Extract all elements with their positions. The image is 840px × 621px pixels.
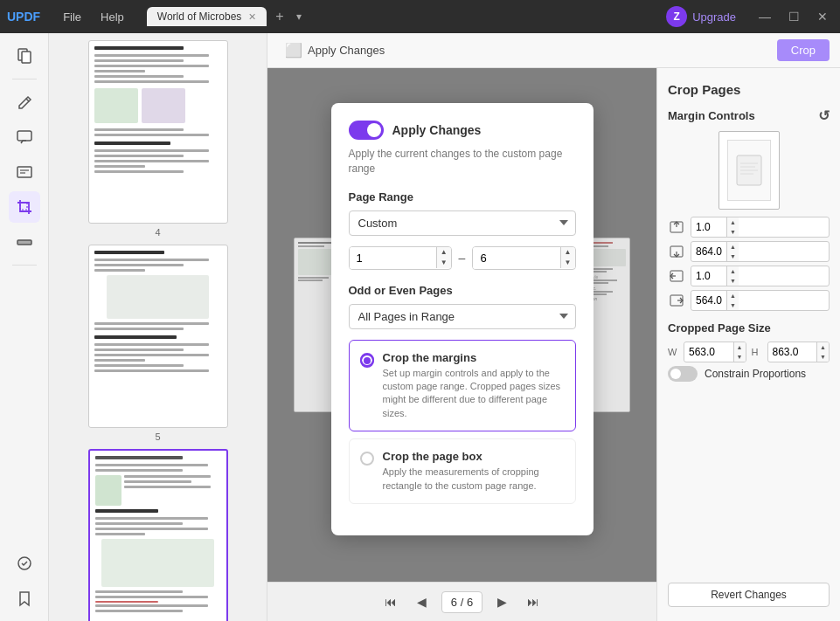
margin-right-field[interactable]	[691, 292, 726, 309]
margin-bottom-up[interactable]: ▲	[727, 242, 739, 252]
range-start-field[interactable]	[350, 247, 436, 269]
menu-file[interactable]: File	[54, 7, 90, 27]
constrain-label: Constrain Proportions	[705, 368, 806, 380]
margin-controls-section: Margin Controls ↺	[668, 107, 830, 311]
margin-top-down[interactable]: ▼	[727, 227, 739, 237]
width-label: W	[668, 347, 678, 357]
main-layout: 4	[0, 33, 840, 621]
sidebar-divider-2	[12, 265, 37, 266]
app-logo: UPDF	[7, 10, 40, 24]
margin-left-up[interactable]: ▲	[727, 266, 739, 276]
center-content: Prions Disease Of Human Inheritance And …	[267, 68, 656, 621]
range-start-up[interactable]: ▲	[437, 247, 451, 258]
sidebar-icon-plugin[interactable]	[9, 548, 40, 579]
crop-margins-desc: Set up margin controls and apply to the …	[383, 367, 565, 421]
popup-overlay: Apply Changes Apply the current changes …	[267, 68, 656, 621]
range-end-down[interactable]: ▼	[561, 258, 575, 268]
maximize-button[interactable]: ☐	[783, 8, 805, 25]
width-up[interactable]: ▲	[734, 342, 746, 352]
margin-right-up[interactable]: ▲	[727, 291, 739, 300]
popup-header: Apply Changes	[349, 121, 576, 140]
upgrade-button[interactable]: Z Upgrade	[666, 6, 736, 27]
range-start-input[interactable]: ▲ ▼	[349, 246, 452, 270]
range-inputs: ▲ ▼ – ▲ ▼	[349, 246, 576, 270]
range-end-field[interactable]	[473, 247, 559, 269]
right-panel: Crop Pages Margin Controls ↺	[656, 68, 840, 621]
list-item[interactable]: 4	[56, 40, 260, 238]
sidebar-icon-pages[interactable]	[9, 40, 40, 72]
crop-margins-radio[interactable]	[360, 353, 374, 367]
crop-margins-option[interactable]: Crop the margins Set up margin controls …	[349, 340, 576, 432]
margin-left-down[interactable]: ▼	[727, 276, 739, 286]
margin-inputs: ▲ ▼	[668, 217, 830, 311]
width-field[interactable]	[684, 343, 733, 361]
list-item[interactable]: 6	[56, 449, 260, 621]
page-preview-inner	[727, 140, 771, 201]
margin-right-down[interactable]: ▼	[727, 300, 739, 310]
range-dash: –	[459, 251, 466, 265]
tab-bar: World of Microbes ✕ + ▾	[147, 7, 659, 26]
popup-title: Apply Changes	[392, 123, 482, 137]
constrain-proportions-row: Constrain Proportions	[668, 366, 830, 382]
svg-rect-1	[22, 52, 31, 63]
margin-bottom-row: ▲ ▼	[668, 241, 830, 262]
sidebar-icon-bookmark[interactable]	[9, 583, 40, 614]
list-item[interactable]: 5	[56, 245, 260, 442]
menu-help[interactable]: Help	[92, 7, 133, 27]
margin-left-field[interactable]	[691, 267, 726, 285]
tab-add-icon[interactable]: +	[270, 7, 288, 26]
toolbar: ⬜ Apply Changes Crop	[267, 33, 840, 68]
height-up[interactable]: ▲	[817, 342, 829, 352]
odd-even-select[interactable]: All Pages in Range	[349, 304, 576, 329]
popup-radio-group: Crop the margins Set up margin controls …	[349, 340, 576, 504]
tab-world-microbes[interactable]: World of Microbes ✕	[147, 7, 267, 26]
sidebar-icon-comment[interactable]	[9, 121, 40, 153]
margin-top-field[interactable]	[691, 218, 726, 236]
range-end-input[interactable]: ▲ ▼	[472, 246, 575, 270]
margin-controls-header: Margin Controls ↺	[668, 107, 830, 124]
margin-left-input[interactable]: ▲ ▼	[691, 266, 830, 286]
height-input[interactable]: ▲ ▼	[767, 342, 830, 362]
height-field[interactable]	[768, 343, 817, 361]
margin-right-input[interactable]: ▲ ▼	[691, 290, 830, 311]
sidebar-icon-edit[interactable]	[9, 86, 40, 118]
range-start-down[interactable]: ▼	[437, 258, 451, 268]
sidebar-icon-redact[interactable]	[9, 226, 40, 258]
margin-controls-label: Margin Controls	[668, 109, 755, 122]
crop-pagebox-content: Crop the page box Apply the measurements…	[383, 450, 565, 493]
crop-margins-label: Crop the margins	[383, 351, 565, 364]
tab-dropdown-icon[interactable]: ▾	[296, 10, 302, 23]
sidebar-icon-form[interactable]	[9, 156, 40, 188]
margin-bottom-input[interactable]: ▲ ▼	[691, 241, 830, 262]
minimize-button[interactable]: —	[753, 8, 776, 25]
width-input[interactable]: ▲ ▼	[684, 342, 746, 362]
range-end-up[interactable]: ▲	[561, 247, 575, 258]
crop-pagebox-desc: Apply the measurements of cropping recta…	[383, 466, 565, 493]
apply-changes-label: Apply Changes	[308, 44, 385, 57]
apply-changes-button[interactable]: ⬜ Apply Changes	[278, 38, 392, 62]
close-button[interactable]: ✕	[812, 8, 833, 25]
apply-changes-toggle[interactable]	[349, 121, 384, 140]
titlebar: UPDF File Help World of Microbes ✕ + ▾ Z…	[0, 0, 840, 33]
crop-button[interactable]: Crop	[777, 39, 830, 61]
page-range-select[interactable]: Custom	[349, 210, 576, 236]
margin-bottom-down[interactable]: ▼	[727, 252, 739, 261]
right-panel-title: Crop Pages	[668, 82, 830, 97]
margin-bottom-field[interactable]	[691, 243, 726, 260]
revert-changes-button[interactable]: Revert Changes	[668, 583, 830, 607]
crop-pagebox-option[interactable]: Crop the page box Apply the measurements…	[349, 438, 576, 504]
tab-close-icon[interactable]: ✕	[248, 11, 256, 23]
margin-top-up[interactable]: ▲	[727, 217, 739, 227]
height-down[interactable]: ▼	[817, 352, 829, 362]
crop-pagebox-radio[interactable]	[360, 452, 374, 466]
svg-rect-6	[20, 203, 27, 210]
reset-margins-button[interactable]: ↺	[818, 107, 830, 124]
crop-pagebox-label: Crop the page box	[383, 450, 565, 463]
margin-left-icon	[668, 267, 685, 285]
sidebar-icon-crop[interactable]	[9, 191, 40, 223]
margin-left-row: ▲ ▼	[668, 266, 830, 286]
window-controls: — ☐ ✕	[753, 8, 833, 25]
margin-top-input[interactable]: ▲ ▼	[691, 217, 830, 238]
width-down[interactable]: ▼	[734, 352, 746, 362]
constrain-toggle[interactable]	[668, 366, 698, 382]
